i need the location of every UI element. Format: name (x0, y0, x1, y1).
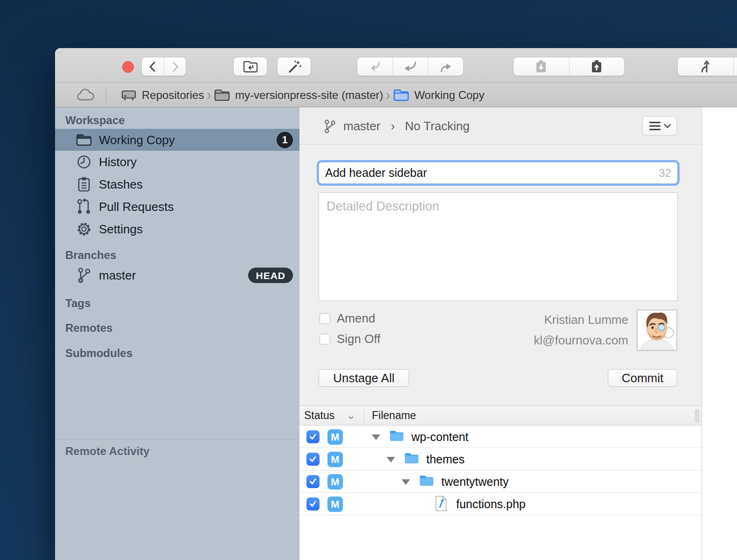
sidebar-item-branch-master[interactable]: master HEAD (55, 264, 299, 287)
sidebar-header-workspace: Workspace (65, 114, 125, 127)
sidebar-item-working-copy[interactable]: Working Copy 1 (55, 129, 299, 151)
check-icon (308, 455, 318, 464)
working-copy-count-badge: 1 (277, 132, 293, 148)
breadcrumb-chevron-icon: › (386, 86, 390, 104)
stash-group (513, 57, 625, 76)
toolbar-cutoff-button[interactable] (733, 57, 737, 76)
unstage-all-button[interactable]: Unstage All (319, 369, 409, 387)
sidebar-header-tags: Tags (65, 297, 90, 310)
file-name: twentytwenty (441, 475, 509, 488)
merge-button[interactable] (678, 57, 733, 76)
scrollbar-thumb[interactable] (695, 409, 700, 423)
apply-stash-button[interactable] (569, 57, 625, 76)
breadcrumb-working-copy[interactable]: Working Copy (393, 88, 484, 102)
merge-group (677, 57, 737, 76)
sidebar-item-history[interactable]: History (55, 151, 299, 173)
modified-status-badge: M (327, 429, 343, 445)
sidebar-item-label: Working Copy (99, 133, 175, 147)
chevron-right-icon (169, 61, 181, 73)
chevron-down-icon (664, 124, 671, 128)
file-name: wp-content (411, 430, 468, 443)
close-window-button[interactable] (122, 61, 134, 73)
working-copy-folder-icon (75, 131, 93, 149)
modified-status-badge: M (327, 452, 343, 467)
file-row-themes[interactable]: M themes (299, 448, 702, 470)
open-repository-group (233, 57, 267, 76)
breadcrumb-repo[interactable]: my-versionpress-site (master) (214, 88, 383, 102)
sync-group (357, 57, 464, 76)
sidebar-item-label: master (99, 268, 136, 283)
quick-actions-button[interactable] (278, 57, 311, 76)
view-options-button[interactable] (642, 116, 677, 136)
sidebar-item-pull-requests[interactable]: Pull Requests (55, 196, 299, 218)
push-button[interactable] (428, 57, 463, 76)
author-name: Kristian Lumme (534, 309, 628, 330)
modified-status-badge: M (327, 497, 343, 512)
author-avatar[interactable] (637, 309, 677, 351)
stage-checkbox[interactable] (306, 453, 320, 466)
disclosure-triangle-icon[interactable] (387, 457, 395, 462)
commit-subject-field-wrap: 32 (319, 162, 678, 184)
merge-icon (698, 59, 712, 74)
commit-button[interactable]: Commit (608, 369, 677, 387)
filename-column-header[interactable]: Filename (364, 409, 416, 422)
stage-checkbox[interactable] (306, 475, 320, 488)
folder-icon (419, 474, 434, 487)
repo-folder-icon (214, 88, 230, 102)
repositories-drive-icon (120, 88, 137, 103)
file-row-wp-content[interactable]: M wp-content (299, 426, 702, 448)
commit-button-label: Commit (622, 371, 664, 385)
unstage-all-label: Unstage All (333, 371, 395, 385)
commit-description-textarea[interactable] (319, 192, 678, 301)
sign-off-label: Sign Off (337, 332, 380, 346)
sidebar-header-remote-activity: Remote Activity (65, 445, 150, 458)
breadcrumb-repositories[interactable]: Repositories (120, 88, 204, 103)
forward-button[interactable] (164, 57, 186, 76)
fetch-arrow-icon (368, 60, 382, 73)
breadcrumb-separator (106, 88, 106, 102)
pull-button[interactable] (393, 57, 428, 76)
push-arrow-icon (439, 60, 453, 73)
cloud-icon[interactable] (76, 88, 96, 102)
disclosure-triangle-icon[interactable] (402, 479, 410, 485)
stage-checkbox[interactable] (306, 430, 320, 443)
sidebar-item-label: History (99, 155, 137, 169)
open-repository-button[interactable] (234, 57, 267, 76)
author-email: kl@fournova.com (534, 330, 628, 350)
file-list-header: Status ⌄ Filename (299, 406, 702, 426)
desktop: { "colors": { "desktop_background": "#16… (0, 0, 737, 560)
sidebar-header-branches: Branches (65, 249, 116, 262)
sidebar-item-label: Stashes (99, 177, 143, 192)
avatar-cartoon-image (638, 310, 676, 350)
status-sort-chevron-icon[interactable]: ⌄ (346, 411, 356, 421)
current-branch-label[interactable]: master (343, 119, 380, 133)
commit-author: Kristian Lumme kl@fournova.com (534, 309, 628, 350)
save-stash-button[interactable] (514, 57, 569, 76)
sidebar-item-label: Settings (99, 222, 143, 237)
file-row-functions-php[interactable]: M functions.php (299, 493, 702, 515)
amend-label: Amend (337, 311, 375, 326)
pull-arrow-icon (403, 60, 417, 73)
disclosure-triangle-icon[interactable] (372, 434, 380, 440)
modified-status-badge: M (327, 474, 343, 490)
file-name: functions.php (456, 497, 526, 511)
sidebar-item-stashes[interactable]: Stashes (55, 173, 299, 196)
stage-checkbox[interactable] (306, 497, 320, 511)
stash-apply-icon (590, 59, 604, 74)
fetch-button[interactable] (357, 57, 393, 76)
breadcrumb-label: Working Copy (414, 89, 484, 102)
sidebar-item-settings[interactable]: Settings (55, 218, 299, 240)
commit-subject-input[interactable] (319, 162, 677, 183)
php-file-icon (435, 496, 447, 511)
status-column-header[interactable]: Status (299, 409, 334, 422)
sign-off-checkbox[interactable] (320, 334, 330, 344)
branch-chevron-icon: › (391, 119, 395, 133)
history-clock-icon (75, 153, 93, 171)
breadcrumb: Repositories › my-versionpress-site (mas… (55, 83, 737, 107)
file-row-twentytwenty[interactable]: M twentytwenty (299, 470, 702, 493)
back-button[interactable] (142, 57, 164, 76)
chevron-left-icon (147, 61, 159, 73)
head-badge: HEAD (248, 268, 293, 283)
tracking-status-label[interactable]: No Tracking (405, 119, 470, 133)
amend-checkbox[interactable] (320, 313, 330, 324)
